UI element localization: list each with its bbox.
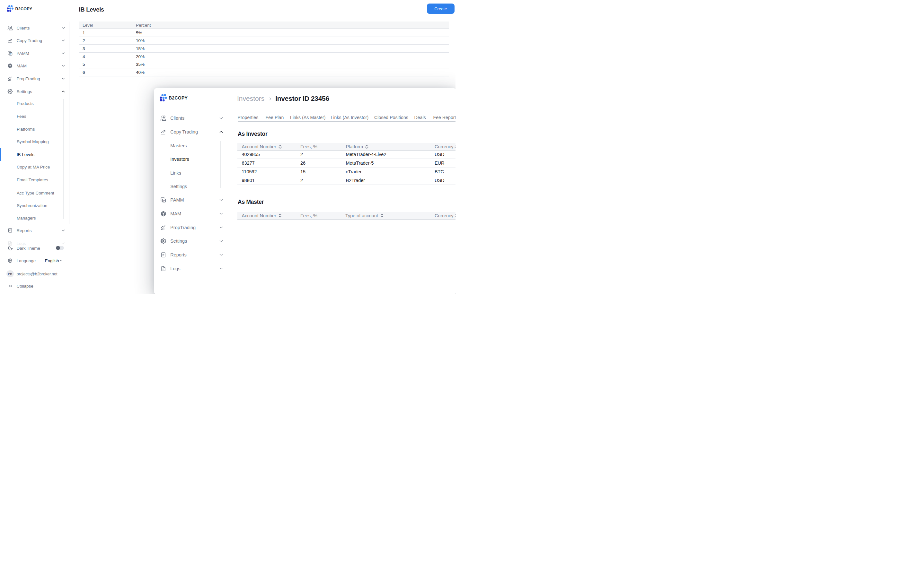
svg-text:P: P (10, 53, 11, 55)
svg-text:P: P (163, 199, 165, 202)
